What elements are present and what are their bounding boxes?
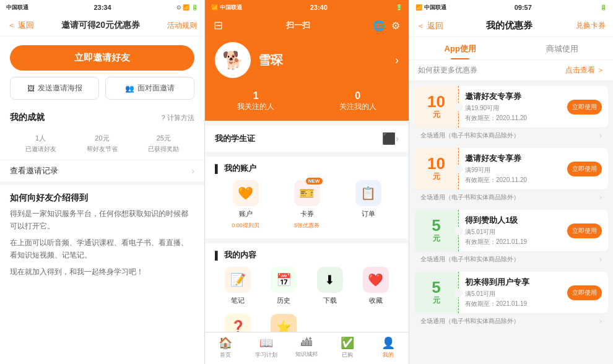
poster-icon: 🖼 bbox=[27, 84, 35, 93]
favorite-item[interactable]: ❤️ 收藏 bbox=[353, 267, 399, 305]
back-button-p3[interactable]: ＜ 返回 bbox=[417, 20, 443, 32]
empty2 bbox=[353, 314, 399, 332]
use-coupon-btn-3[interactable]: 立即使用 bbox=[567, 223, 602, 238]
exchange-button[interactable]: 兑换卡券 bbox=[576, 20, 606, 31]
use-coupon-btn-1[interactable]: 立即使用 bbox=[567, 100, 602, 115]
coupon-scope-4: 全场通用（电子书和实体商品除外） bbox=[420, 317, 520, 326]
coupon-card-3: 5 元 得到赞助人1级 满5.01可用 有效期至：2021.01.19 立即使用 bbox=[414, 210, 608, 251]
use-coupon-btn-4[interactable]: 立即使用 bbox=[567, 285, 602, 300]
nav-plan[interactable]: 📖 学习计划 bbox=[246, 336, 287, 359]
following-count-item[interactable]: 1 我关注的人 bbox=[205, 90, 307, 112]
nav-mine[interactable]: 👤 我的 bbox=[368, 336, 409, 359]
record-link[interactable]: 查看邀请记录 › bbox=[0, 160, 204, 185]
bottom-nav: 🏠 首页 📖 学习计划 🏙 知识城邦 ✅ 已购 👤 我的 bbox=[205, 332, 409, 364]
content-icons-row1: 📝 笔记 📅 历史 ⬇ 下载 ❤️ 收藏 bbox=[215, 261, 399, 308]
activity-rule-link[interactable]: 活动规则 bbox=[167, 20, 197, 31]
coupon-icon: 🎫 NEW bbox=[294, 180, 320, 206]
account-sub: 0.00得到贝 bbox=[232, 222, 259, 230]
invited-value: 1人 bbox=[35, 129, 46, 144]
download-icon: ⬇ bbox=[317, 267, 343, 293]
account-icon-item[interactable]: 🧡 账户 0.00得到贝 bbox=[215, 180, 276, 230]
how-text-2: 在上面可以听音频、学通识课程、看电子书、看直播、看知识短视频、记笔记。 bbox=[10, 236, 194, 262]
coupon-card-4: 5 元 初来得到用户专享 满5.01可用 有效期至：2021.01.19 立即使… bbox=[414, 272, 608, 313]
qr-icon: ⬛ bbox=[382, 132, 396, 145]
coupon-footer-4: 全场通用（电子书和实体商品除外） › bbox=[414, 313, 608, 329]
message-icon[interactable]: 🌐 bbox=[373, 20, 385, 32]
history-item[interactable]: 📅 历史 bbox=[261, 267, 306, 305]
invite-button[interactable]: 立即邀请好友 bbox=[10, 45, 194, 71]
coupon-sub: 5张优惠券 bbox=[294, 222, 320, 230]
p2-navbar: ⊟ 扫一扫 🌐 ⚙ bbox=[205, 15, 409, 37]
wallet-icon: 🧡 bbox=[238, 186, 253, 201]
activity-icon: ⭐ bbox=[271, 314, 297, 332]
more-text: 如何获更多优惠券 bbox=[418, 65, 477, 76]
coupon-footer-2: 全场通用（电子书和实体商品除外） › bbox=[414, 189, 608, 205]
coupon-item-4: 5 元 初来得到用户专享 满5.01可用 有效期至：2021.01.19 立即使… bbox=[414, 272, 608, 329]
history-icon: 📅 bbox=[271, 267, 297, 293]
coupon-card-1: 10 元 邀请好友专享券 满19.90可用 有效期至：2020.11.20 立即… bbox=[414, 86, 608, 128]
face-to-face-button[interactable]: 👥 面对面邀请 bbox=[105, 77, 194, 100]
calc-hint[interactable]: ? 计算方法 bbox=[162, 113, 194, 123]
student-card-icons: ⬛ › bbox=[382, 132, 399, 145]
panel-profile: 📶 中国联通 23:40 🔋 ⊟ 扫一扫 🌐 ⚙ 🐕 雪琛 › 1 我关注的人 … bbox=[204, 0, 409, 364]
student-card-section[interactable]: 我的学生证 ⬛ › bbox=[205, 126, 409, 152]
use-coupon-btn-2[interactable]: 立即使用 bbox=[567, 162, 602, 176]
carrier-p3: 📶 中国联通 bbox=[415, 4, 446, 12]
p1-header: ＜ 返回 邀请可得20元优惠券 活动规则 bbox=[0, 15, 204, 37]
coupon-expire-1: 有效期至：2020.11.20 bbox=[465, 114, 602, 123]
coupon-unit-2: 元 bbox=[433, 171, 440, 182]
card-icon: 🎫 bbox=[299, 186, 315, 201]
question-icon: ❓ bbox=[225, 314, 251, 332]
panel-coupons: 📶 中国联通 09:57 🔋 ＜ 返回 我的优惠券 兑换卡券 App使用 商城使… bbox=[409, 0, 613, 364]
plan-icon: 📖 bbox=[259, 336, 273, 350]
carrier-p1: 中国联通 bbox=[6, 4, 28, 12]
notes-icon: 📝 bbox=[225, 267, 251, 293]
stat-invited: 1人 已邀请好友 bbox=[10, 129, 71, 154]
order-icon-item[interactable]: 📋 订单 bbox=[337, 180, 399, 230]
question-item[interactable]: ❓ 提问 bbox=[215, 314, 261, 332]
send-poster-button[interactable]: 🖼 发送邀请海报 bbox=[10, 77, 99, 100]
coupon-label: 卡券 bbox=[300, 209, 314, 219]
scan-icon[interactable]: ⊟ bbox=[214, 19, 223, 32]
coupon-icon-item[interactable]: 🎫 NEW 卡券 5张优惠券 bbox=[276, 180, 337, 230]
nav-knowledge[interactable]: 🏙 知识城邦 bbox=[287, 336, 328, 359]
profile-arrow-icon: › bbox=[395, 54, 399, 67]
coupon-item-3: 5 元 得到赞助人1级 满5.01可用 有效期至：2021.01.19 立即使用… bbox=[414, 210, 608, 267]
face-icon: 👥 bbox=[125, 84, 134, 93]
tab-app-use[interactable]: App使用 bbox=[409, 37, 511, 59]
coupon-amount-area-2: 10 元 bbox=[414, 148, 459, 189]
carrier-p2: 📶 中国联通 bbox=[211, 4, 242, 12]
more-link[interactable]: 点击查看 ＞ bbox=[565, 65, 604, 76]
panel-invite: 中国联通 23:34 ⊙ 📶 🔋 ＜ 返回 邀请可得20元优惠券 活动规则 立即… bbox=[0, 0, 204, 364]
knowledge-icon: 🏙 bbox=[301, 336, 312, 349]
nav-purchased[interactable]: ✅ 已购 bbox=[327, 336, 368, 359]
username: 雪琛 bbox=[258, 52, 283, 69]
time-p2: 23:40 bbox=[310, 4, 328, 11]
notes-item[interactable]: 📝 笔记 bbox=[215, 267, 261, 305]
settings-icon[interactable]: ⚙ bbox=[391, 20, 400, 32]
coupon-scope-1: 全场通用（电子书和实体商品除外） bbox=[420, 131, 520, 140]
back-button-p1[interactable]: ＜ 返回 bbox=[7, 20, 34, 31]
achievement-title: 我的成就 ? 计算方法 bbox=[0, 108, 204, 127]
account-icon: 🧡 bbox=[233, 180, 259, 206]
content-section: ▌ 我的内容 📝 笔记 📅 历史 ⬇ 下载 ❤️ 收藏 bbox=[205, 243, 409, 332]
download-item[interactable]: ⬇ 下载 bbox=[307, 267, 353, 305]
account-section: ▌ 我的账户 🧡 账户 0.00得到贝 🎫 NEW 卡券 bbox=[205, 157, 409, 238]
tab-mall-use[interactable]: 商城使用 bbox=[511, 37, 614, 59]
coupon-amount-2: 10 bbox=[427, 155, 445, 171]
order-icon-circle: 📋 bbox=[355, 180, 381, 206]
how-title: 如何向好友介绍得到 bbox=[0, 185, 204, 207]
coupon-unit-1: 元 bbox=[433, 110, 440, 120]
nav-home[interactable]: 🏠 首页 bbox=[205, 336, 246, 359]
coupon-scope-2: 全场通用（电子书和实体商品除外） bbox=[420, 193, 520, 202]
following-num: 1 bbox=[205, 90, 307, 102]
profile-section[interactable]: 🐕 雪琛 › bbox=[205, 37, 409, 88]
home-icon: 🏠 bbox=[219, 336, 232, 350]
coupon-card-2: 10 元 邀请好友专享券 满99可用 有效期至：2020.11.20 立即使用 bbox=[414, 148, 608, 189]
fans-count-item[interactable]: 0 关注我的人 bbox=[307, 90, 409, 112]
coupon-amount-4: 5 bbox=[432, 279, 440, 295]
activity-item[interactable]: ⭐ 活动 bbox=[261, 314, 306, 332]
time-p3: 09:57 bbox=[515, 4, 532, 11]
stat-earned: 25元 已获得奖励 bbox=[133, 129, 194, 154]
coupon-expire-3: 有效期至：2021.01.19 bbox=[465, 238, 602, 246]
